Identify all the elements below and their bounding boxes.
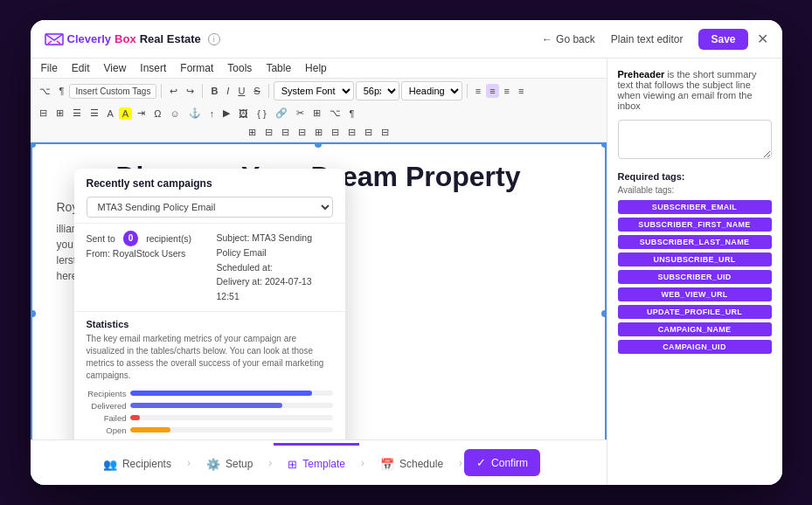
special-char-btn[interactable]: Ω: [150, 107, 164, 121]
required-tags-title: Required tags:: [618, 171, 772, 182]
outdent-btn[interactable]: ⊟: [36, 106, 51, 121]
selection-handle-tr[interactable]: [601, 142, 607, 148]
campaign-select[interactable]: MTA3 Sending Policy Email: [87, 197, 333, 218]
font-family-select[interactable]: System Font: [274, 81, 354, 100]
recipients-label: recipient(s): [146, 232, 191, 246]
upload-btn[interactable]: ↑: [206, 107, 219, 121]
preheader-input[interactable]: [618, 120, 772, 159]
table-cell-btn[interactable]: ⊟: [295, 125, 309, 140]
campaign-left: Sent to 0 recipient(s) From: RoyalStock …: [87, 231, 203, 304]
table-col-btn[interactable]: ⊟: [261, 125, 276, 140]
bg-color-btn[interactable]: A: [119, 107, 132, 120]
logo-icon: [45, 32, 64, 46]
strikethrough-btn[interactable]: S: [250, 84, 263, 98]
text-color-btn[interactable]: A: [104, 107, 117, 121]
align-right-btn[interactable]: ≡: [501, 84, 513, 98]
step-template[interactable]: ⊞ Template: [274, 443, 359, 483]
align-left-btn[interactable]: ≡: [472, 84, 484, 98]
preheader-section: Preheader is the short summary text that…: [618, 69, 772, 111]
unlink-btn[interactable]: ✂: [293, 106, 308, 121]
go-back-button[interactable]: ← Go back: [542, 33, 595, 45]
tag-campaign-uid[interactable]: CAMPAIGN_UID: [618, 340, 772, 354]
link-btn[interactable]: 🔗: [272, 106, 291, 121]
selection-handle-tm[interactable]: [315, 142, 322, 148]
table-merge-btn[interactable]: ⊞: [311, 125, 326, 140]
table-split-btn[interactable]: ⊟: [328, 125, 343, 140]
more-btn[interactable]: ⊞: [309, 106, 324, 121]
code-btn[interactable]: ⌥: [36, 84, 54, 99]
code2-btn[interactable]: { }: [253, 107, 269, 121]
indent2-btn[interactable]: ⇥: [134, 106, 149, 121]
step-recipients[interactable]: 👥 Recipients: [89, 443, 185, 483]
list-btn[interactable]: ☰: [69, 106, 85, 121]
font-size-select[interactable]: 56px: [356, 81, 399, 100]
go-back-label: Go back: [556, 33, 595, 45]
title-bar: CleverlyBox Real Estate i ← Go back Plai…: [31, 20, 782, 59]
subject-label: Subject: MTA3 Sending Policy Email: [217, 231, 333, 260]
tag-subscriber-email[interactable]: SUBSCRIBER_EMAIL: [618, 200, 772, 214]
tags-list: SUBSCRIBER_EMAIL SUBSCRIBER_FIRST_NAME S…: [618, 200, 772, 354]
confirm-icon: ✓: [476, 456, 486, 469]
save-button[interactable]: Save: [698, 29, 747, 50]
workflow-steps: 👥 Recipients › ⚙️ Setup › ⊞ Template: [89, 442, 547, 483]
align-center-btn[interactable]: ≡: [486, 84, 498, 98]
recipients-count: 0: [123, 231, 139, 246]
selection-handle-mr[interactable]: [601, 310, 607, 317]
format2-btn[interactable]: ¶: [346, 107, 358, 121]
insert-custom-tags-btn[interactable]: Insert Custom Tags: [69, 84, 156, 99]
italic-btn[interactable]: I: [223, 84, 232, 98]
table-insert-btn[interactable]: ⊞: [245, 125, 260, 140]
preheader-title: Preheader: [618, 69, 665, 80]
scheduled-label: Scheduled at:: [217, 260, 333, 275]
tag-subscriber-uid[interactable]: SUBSCRIBER_UID: [618, 270, 772, 284]
align-justify-btn[interactable]: ≡: [515, 84, 527, 98]
selection-handle-ml[interactable]: [31, 310, 36, 317]
anchor-btn[interactable]: ⚓: [185, 106, 205, 121]
source-btn[interactable]: ⌥: [326, 106, 344, 121]
undo-btn[interactable]: ↩: [166, 84, 181, 99]
indent-btn[interactable]: ⊞: [52, 106, 67, 121]
menu-edit[interactable]: Edit: [72, 62, 90, 74]
stats-bar-bg-failed: [130, 415, 333, 420]
step-confirm[interactable]: ✓ Confirm: [464, 449, 540, 476]
tag-subscriber-last-name[interactable]: SUBSCRIBER_LAST_NAME: [618, 235, 772, 249]
menu-view[interactable]: View: [104, 62, 127, 74]
delivery-label: Delivery at: 2024-07-13 12:51: [217, 274, 333, 304]
bold-btn[interactable]: B: [207, 84, 221, 98]
step-setup[interactable]: ⚙️ Setup: [192, 443, 267, 483]
tag-subscriber-first-name[interactable]: SUBSCRIBER_FIRST_NAME: [618, 218, 772, 232]
redo-btn[interactable]: ↪: [183, 84, 198, 99]
menu-tools[interactable]: Tools: [227, 62, 252, 74]
table-prop-btn[interactable]: ⊟: [344, 125, 359, 140]
arrow-2: ›: [267, 457, 274, 469]
menu-help[interactable]: Help: [305, 62, 327, 74]
image-btn[interactable]: 🖼: [235, 107, 252, 121]
close-button[interactable]: ✕: [757, 31, 768, 47]
menu-file[interactable]: File: [41, 62, 58, 74]
plain-text-editor-button[interactable]: Plain text editor: [604, 30, 691, 49]
tag-unsubscribe-url[interactable]: UNSUBSCRIBE_URL: [618, 252, 772, 266]
tag-web-view-url[interactable]: WEB_VIEW_URL: [618, 287, 772, 301]
stats-bar-bg-recipients: [130, 391, 333, 396]
ordered-list-btn[interactable]: ☰: [87, 106, 102, 121]
stats-title: Statistics: [87, 319, 333, 329]
table-opt1-btn[interactable]: ⊟: [378, 125, 392, 140]
logo-box: Box: [115, 32, 136, 45]
menu-table[interactable]: Table: [266, 62, 291, 74]
tag-update-profile-url[interactable]: UPDATE_PROFILE_URL: [618, 305, 772, 319]
menu-format[interactable]: Format: [180, 62, 213, 74]
media-btn[interactable]: ▶: [219, 106, 233, 121]
table-row-btn[interactable]: ⊟: [278, 125, 293, 140]
underline-btn[interactable]: U: [234, 84, 248, 98]
step-recipients-label: Recipients: [122, 458, 171, 470]
selection-handle-tl[interactable]: [31, 142, 36, 148]
app-title: Real Estate: [140, 32, 201, 45]
step-schedule[interactable]: 📅 Schedule: [366, 443, 457, 483]
paragraph-btn[interactable]: ¶: [56, 84, 68, 98]
table-del-btn[interactable]: ⊟: [361, 125, 376, 140]
emoji-btn[interactable]: ☺: [166, 107, 183, 121]
stats-row-failed: Failed: [87, 413, 333, 423]
menu-insert[interactable]: Insert: [140, 62, 166, 74]
heading-select[interactable]: Heading 1: [401, 81, 462, 100]
tag-campaign-name[interactable]: CAMPAIGN_NAME: [618, 322, 772, 336]
